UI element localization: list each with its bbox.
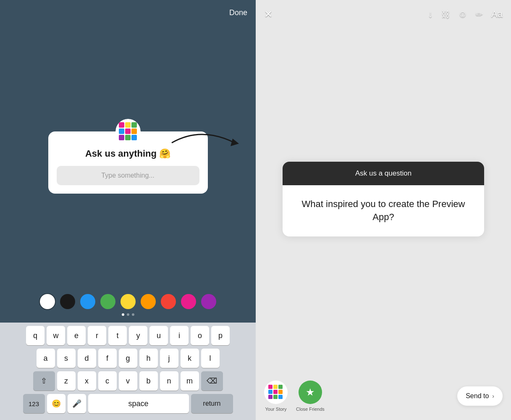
key-p[interactable]: p [211, 326, 230, 345]
color-blue[interactable] [80, 294, 95, 309]
grid-logo [115, 119, 141, 144]
question-body-text: What inspired you to create the Preview … [293, 198, 474, 224]
close-friends-option[interactable]: ★ Close Friends [296, 381, 325, 412]
color-green[interactable] [100, 294, 115, 309]
key-shift[interactable]: ⇧ [33, 371, 55, 391]
svg-rect-19 [273, 395, 278, 399]
color-orange[interactable] [141, 294, 156, 309]
color-black[interactable] [60, 294, 75, 309]
key-r[interactable]: r [88, 326, 106, 345]
key-b[interactable]: b [139, 371, 158, 391]
svg-rect-13 [273, 385, 278, 389]
svg-marker-0 [231, 139, 239, 146]
your-story-label: Your Story [265, 407, 287, 412]
draw-icon[interactable]: ✏ [476, 9, 483, 19]
text-icon[interactable]: Aa [491, 9, 503, 20]
page-dot-1 [122, 313, 124, 316]
color-red[interactable] [161, 294, 176, 309]
svg-rect-17 [278, 390, 283, 394]
key-123[interactable]: 123 [23, 394, 45, 413]
your-story-icon [264, 381, 288, 404]
color-yellow[interactable] [121, 294, 136, 309]
sticker-icon[interactable]: ☺ [458, 9, 467, 20]
key-a[interactable]: a [37, 349, 55, 368]
key-n[interactable]: n [160, 371, 178, 391]
key-z[interactable]: z [57, 371, 76, 391]
svg-rect-2 [119, 122, 124, 128]
keyboard-row-1: q w e r t y u i o p [2, 326, 254, 345]
key-i[interactable]: i [170, 326, 189, 345]
key-emoji[interactable]: 😊 [47, 394, 66, 413]
key-delete[interactable]: ⌫ [201, 371, 223, 391]
key-f[interactable]: f [98, 349, 117, 368]
svg-rect-12 [268, 385, 273, 389]
sticker-area: Ask us anything 🤗 Type something... [0, 0, 256, 287]
left-panel: Done [0, 0, 256, 420]
keyboard: q w e r t y u i o p a s d f g h j k l ⇧ … [0, 323, 256, 420]
right-panel: ✕ ↓ ⛓ ☺ ✏ Aa Ask us a question What insp… [256, 0, 511, 420]
send-to-button[interactable]: Send to › [457, 386, 503, 406]
page-dot-2 [127, 313, 129, 316]
color-white[interactable] [40, 294, 55, 309]
svg-rect-9 [125, 135, 131, 140]
svg-text:★: ★ [306, 386, 315, 398]
bottom-bar: Your Story ★ Close Friends Send to › [256, 374, 511, 420]
arrow-icon [168, 122, 243, 164]
question-header-text: Ask us a question [355, 169, 411, 177]
key-t[interactable]: t [108, 326, 127, 345]
page-dot-3 [132, 313, 134, 316]
key-c[interactable]: c [98, 371, 117, 391]
color-purple[interactable] [201, 294, 216, 309]
color-dots [40, 294, 216, 309]
svg-rect-10 [131, 135, 137, 140]
send-to-chevron-icon: › [492, 393, 494, 399]
key-v[interactable]: v [119, 371, 137, 391]
svg-rect-16 [273, 390, 278, 394]
keyboard-row-3: ⇧ z x c v b n m ⌫ [2, 371, 254, 391]
close-friends-label: Close Friends [296, 407, 325, 412]
right-main: Ask us a question What inspired you to c… [256, 24, 511, 374]
key-x[interactable]: x [78, 371, 96, 391]
your-story-option[interactable]: Your Story [264, 381, 288, 412]
svg-rect-20 [278, 395, 283, 399]
key-y[interactable]: y [129, 326, 147, 345]
type-input-placeholder[interactable]: Type something... [57, 166, 199, 185]
key-m[interactable]: m [181, 371, 199, 391]
question-display-card: Ask us a question What inspired you to c… [283, 162, 484, 236]
key-h[interactable]: h [139, 349, 158, 368]
svg-rect-3 [125, 122, 131, 128]
svg-rect-5 [119, 129, 124, 134]
svg-rect-14 [278, 385, 283, 389]
key-mic[interactable]: 🎤 [68, 394, 86, 413]
svg-rect-7 [131, 129, 137, 134]
question-header: Ask us a question [283, 162, 484, 185]
svg-rect-18 [268, 395, 273, 399]
key-space[interactable]: space [88, 394, 189, 413]
done-button[interactable]: Done [229, 8, 247, 17]
key-o[interactable]: o [191, 326, 209, 345]
key-q[interactable]: q [26, 326, 45, 345]
close-icon[interactable]: ✕ [264, 8, 273, 20]
svg-rect-8 [119, 135, 124, 140]
close-friends-icon: ★ [299, 381, 322, 404]
keyboard-row-4: 123 😊 🎤 space return [2, 394, 254, 413]
color-pink[interactable] [181, 294, 196, 309]
key-d[interactable]: d [78, 349, 96, 368]
page-indicators [122, 313, 134, 316]
key-w[interactable]: w [47, 326, 65, 345]
keyboard-row-2: a s d f g h j k l [2, 349, 254, 368]
svg-rect-6 [125, 129, 131, 134]
link-icon[interactable]: ⛓ [441, 10, 450, 19]
key-s[interactable]: s [57, 349, 76, 368]
svg-rect-15 [268, 390, 273, 394]
key-g[interactable]: g [119, 349, 137, 368]
key-j[interactable]: j [160, 349, 178, 368]
key-u[interactable]: u [149, 326, 168, 345]
svg-rect-4 [131, 122, 137, 128]
story-options: Your Story ★ Close Friends [264, 381, 325, 412]
download-icon[interactable]: ↓ [428, 9, 433, 20]
key-k[interactable]: k [181, 349, 199, 368]
key-l[interactable]: l [201, 349, 220, 368]
key-return[interactable]: return [191, 394, 233, 413]
key-e[interactable]: e [67, 326, 86, 345]
